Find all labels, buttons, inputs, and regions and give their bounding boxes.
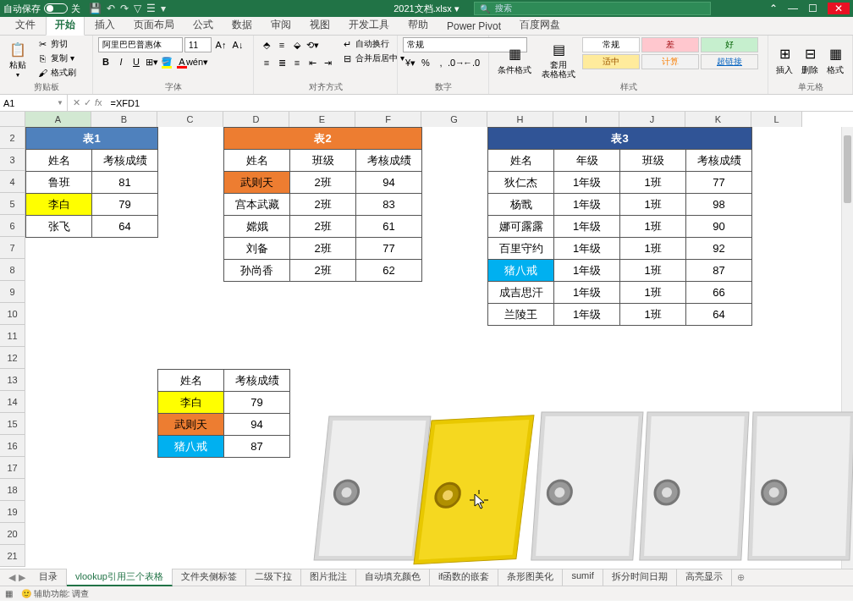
col-header-J[interactable]: J bbox=[619, 112, 685, 127]
sheet-tab-0[interactable]: 目录 bbox=[30, 569, 67, 586]
cell[interactable]: 姓名 bbox=[487, 149, 554, 172]
cell[interactable]: 嫦娥 bbox=[223, 215, 290, 238]
insert-cells-button[interactable]: ⊞插入 bbox=[773, 37, 795, 81]
decrease-font-icon[interactable]: A↓ bbox=[230, 37, 245, 52]
row-header-11[interactable]: 11 bbox=[0, 325, 25, 347]
cell[interactable]: 1班 bbox=[619, 259, 686, 282]
accessibility-status[interactable]: 🙂 辅助功能: 调查 bbox=[21, 588, 89, 600]
cell[interactable]: 1班 bbox=[619, 171, 686, 194]
col-header-C[interactable]: C bbox=[157, 112, 223, 127]
cell[interactable]: 武则天 bbox=[223, 171, 290, 194]
minimize-icon[interactable]: — bbox=[788, 3, 798, 14]
cell[interactable]: 李白 bbox=[25, 193, 92, 216]
cell[interactable]: 姓名 bbox=[25, 149, 92, 172]
comma-icon[interactable]: , bbox=[433, 55, 449, 70]
row-header-3[interactable]: 3 bbox=[0, 149, 25, 171]
save-icon[interactable]: 💾 bbox=[89, 3, 102, 14]
cell[interactable]: 1班 bbox=[619, 303, 686, 326]
cell[interactable]: 表3 bbox=[487, 127, 752, 150]
sheet-tab-1[interactable]: vlookup引用三个表格 bbox=[67, 569, 173, 586]
format-cells-button[interactable]: ▦格式 bbox=[824, 37, 846, 81]
merge-center-button[interactable]: ⊟合并后居中 ▾ bbox=[338, 52, 407, 65]
sheet-tab-9[interactable]: 拆分时间日期 bbox=[603, 569, 677, 586]
cell[interactable]: 武则天 bbox=[157, 413, 224, 436]
row-header-8[interactable]: 8 bbox=[0, 259, 25, 281]
orientation-icon[interactable]: ⟲▾ bbox=[305, 37, 320, 52]
cell[interactable]: 考核成绩 bbox=[685, 149, 752, 172]
col-header-L[interactable]: L bbox=[751, 112, 802, 127]
cell[interactable]: 张飞 bbox=[25, 215, 92, 238]
cell[interactable]: 64 bbox=[685, 303, 752, 326]
tab-公式[interactable]: 公式 bbox=[184, 15, 222, 35]
sheet-tab-6[interactable]: if函数的嵌套 bbox=[430, 569, 499, 586]
align-left-icon[interactable]: ≡ bbox=[259, 55, 274, 70]
vertical-scrollbar[interactable] bbox=[841, 127, 853, 569]
cell[interactable]: 1班 bbox=[619, 237, 686, 260]
auto-save-toggle[interactable]: 自动保存 关 bbox=[3, 3, 80, 15]
cell[interactable]: 98 bbox=[685, 193, 752, 216]
tab-文件[interactable]: 文件 bbox=[7, 15, 44, 35]
cell[interactable]: 90 bbox=[685, 215, 752, 238]
col-header-H[interactable]: H bbox=[487, 112, 553, 127]
col-header-A[interactable]: A bbox=[25, 112, 91, 127]
spreadsheet-grid[interactable]: ABCDEFGHIJKL 234567891011121314151617181… bbox=[0, 112, 853, 569]
cell[interactable]: 2班 bbox=[289, 171, 356, 194]
cell[interactable]: 杨戬 bbox=[487, 193, 554, 216]
tab-插入[interactable]: 插入 bbox=[86, 15, 124, 35]
cell[interactable]: 百里守约 bbox=[487, 237, 554, 260]
increase-font-icon[interactable]: A↑ bbox=[213, 37, 228, 52]
conditional-format-button[interactable]: ▦ 条件格式 bbox=[494, 37, 535, 81]
bold-button[interactable]: B bbox=[98, 54, 113, 69]
form-icon[interactable]: ☰ bbox=[146, 3, 156, 14]
fill-color-button[interactable]: 🪣 bbox=[159, 54, 174, 69]
undo-icon[interactable]: ↶ bbox=[107, 3, 115, 14]
font-size-select[interactable] bbox=[184, 37, 212, 52]
sheet-tab-5[interactable]: 自动填充颜色 bbox=[356, 569, 430, 586]
sheet-tab-4[interactable]: 图片批注 bbox=[301, 569, 356, 586]
table-format-button[interactable]: ▤ 套用 表格格式 bbox=[538, 37, 579, 81]
col-header-E[interactable]: E bbox=[289, 112, 355, 127]
col-header-F[interactable]: F bbox=[355, 112, 421, 127]
cell[interactable]: 2班 bbox=[289, 215, 356, 238]
qat-more-icon[interactable]: ▾ bbox=[161, 3, 166, 14]
sheet-tab-7[interactable]: 条形图美化 bbox=[498, 569, 563, 586]
cell[interactable]: 2班 bbox=[289, 193, 356, 216]
sheet-tab-8[interactable]: sumif bbox=[563, 569, 603, 586]
row-header-6[interactable]: 6 bbox=[0, 215, 25, 237]
tab-帮助[interactable]: 帮助 bbox=[399, 15, 437, 35]
delete-cells-button[interactable]: ⊟删除 bbox=[799, 37, 821, 81]
decimal-inc-icon[interactable]: .0→ bbox=[449, 55, 464, 70]
row-header-15[interactable]: 15 bbox=[0, 413, 25, 435]
select-all-corner[interactable] bbox=[0, 112, 25, 127]
cell[interactable]: 考核成绩 bbox=[223, 369, 290, 392]
cell[interactable]: 1年级 bbox=[553, 215, 620, 238]
row-header-18[interactable]: 18 bbox=[0, 479, 25, 501]
cell[interactable]: 刘备 bbox=[223, 237, 290, 260]
italic-button[interactable]: I bbox=[113, 54, 129, 69]
cell[interactable]: 姓名 bbox=[223, 149, 290, 172]
tab-视图[interactable]: 视图 bbox=[301, 15, 338, 35]
cell[interactable]: 87 bbox=[223, 435, 290, 458]
row-header-10[interactable]: 10 bbox=[0, 303, 25, 325]
indent-dec-icon[interactable]: ⇤ bbox=[305, 55, 320, 70]
tab-开始[interactable]: 开始 bbox=[46, 14, 85, 36]
decimal-dec-icon[interactable]: ←.0 bbox=[464, 55, 479, 70]
search-box[interactable]: 🔍 搜索 bbox=[474, 2, 711, 15]
cell[interactable]: 兰陵王 bbox=[487, 303, 554, 326]
style-good[interactable]: 好 bbox=[701, 37, 758, 52]
cell[interactable]: 77 bbox=[685, 171, 752, 194]
cell[interactable]: 1年级 bbox=[553, 259, 620, 282]
cell[interactable]: 年级 bbox=[553, 149, 620, 172]
col-header-D[interactable]: D bbox=[223, 112, 289, 127]
percent-icon[interactable]: % bbox=[418, 55, 433, 70]
cell[interactable]: 鲁班 bbox=[25, 171, 92, 194]
sheet-tab-3[interactable]: 二级下拉 bbox=[246, 569, 301, 586]
sheet-nav-next-icon[interactable]: ▶ bbox=[19, 572, 25, 583]
row-header-20[interactable]: 20 bbox=[0, 523, 25, 545]
cell[interactable]: 79 bbox=[91, 193, 158, 216]
tab-开发工具[interactable]: 开发工具 bbox=[340, 15, 398, 35]
cell[interactable]: 62 bbox=[355, 259, 422, 282]
cell[interactable]: 考核成绩 bbox=[91, 149, 158, 172]
currency-icon[interactable]: ¥▾ bbox=[403, 55, 418, 70]
cell[interactable]: 孙尚香 bbox=[223, 259, 290, 282]
